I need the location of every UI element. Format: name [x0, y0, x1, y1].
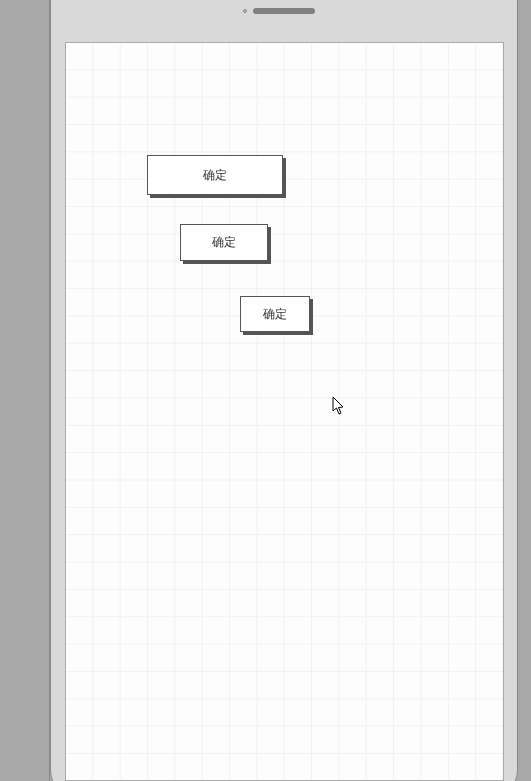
confirm-button-2[interactable]: 确定	[180, 224, 268, 261]
speaker-slot	[253, 8, 315, 14]
confirm-button-1-label: 确定	[203, 167, 227, 184]
confirm-button-1[interactable]: 确定	[147, 155, 283, 195]
confirm-button-3-label: 确定	[263, 306, 287, 323]
design-canvas[interactable]: 确定 确定 确定	[65, 42, 504, 781]
confirm-button-2-label: 确定	[212, 234, 236, 251]
camera-dot	[243, 9, 247, 13]
confirm-button-3[interactable]: 确定	[240, 296, 310, 332]
